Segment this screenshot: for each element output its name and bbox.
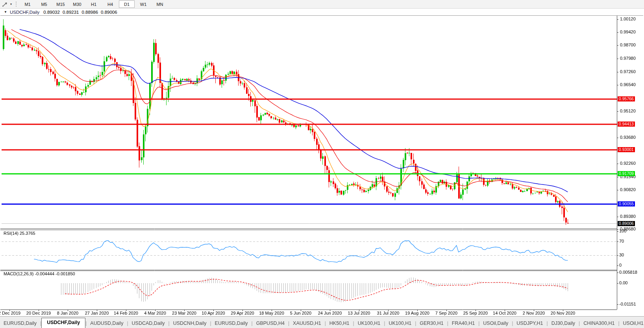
timeframe-button-H4[interactable]: H4 bbox=[102, 0, 118, 8]
ohlc-low-value: 0.88986 bbox=[81, 10, 98, 15]
tab-USDCAD-Daily[interactable]: USDCAD,Daily bbox=[128, 319, 168, 328]
tab-HK50-H1[interactable]: HK50,H1 bbox=[326, 319, 353, 328]
chart-tool-icon[interactable] bbox=[1, 1, 9, 7]
timeframe-button-D1[interactable]: D1 bbox=[119, 0, 135, 8]
timeframe-button-W1[interactable]: W1 bbox=[135, 0, 151, 8]
timeframe-buttons: M1M5M15M30H1H4D1W1MN bbox=[19, 0, 168, 8]
collapse-triangle-icon[interactable]: ▼ bbox=[4, 10, 7, 14]
tab-UK100-H1[interactable]: UK100,H1 bbox=[385, 319, 415, 328]
timeframe-button-M30[interactable]: M30 bbox=[69, 0, 85, 8]
tab-EURUSD-Daily[interactable]: EURUSD,Daily bbox=[211, 319, 252, 328]
tab-GER30-H1[interactable]: GER30,H1 bbox=[416, 319, 447, 328]
chart-ohlc-header: ▼ USDCHF,Daily 0.89032 0.89231 0.88986 0… bbox=[0, 9, 643, 16]
timeframe-button-M15[interactable]: M15 bbox=[53, 0, 68, 8]
tab-GBPUSD-H4[interactable]: GBPUSD,H4 bbox=[253, 319, 288, 328]
tab-USDCNH-Daily[interactable]: USDCNH,Daily bbox=[170, 319, 210, 328]
tab-USOil-Daily[interactable]: USOil,Daily bbox=[479, 319, 512, 328]
tab-FRA40-H1[interactable]: FRA40,H1 bbox=[448, 319, 478, 328]
timeframe-button-M5[interactable]: M5 bbox=[36, 0, 52, 8]
toolbar-grip-handle[interactable] bbox=[16, 2, 17, 7]
tab-AUDUSD-Daily[interactable]: AUDUSD,Daily bbox=[87, 319, 127, 328]
tab-EURUSD-Daily[interactable]: EURUSD,Daily bbox=[0, 319, 40, 328]
tab-DJ30-Daily[interactable]: DJ30,Daily bbox=[548, 319, 579, 328]
tab-UK100-H1[interactable]: UK100,H1 bbox=[354, 319, 384, 328]
timeframe-button-H1[interactable]: H1 bbox=[86, 0, 102, 8]
tab-USDCHF-Daily[interactable]: USDCHF,Daily bbox=[41, 318, 85, 328]
chart-symbol-label: USDCHF,Daily bbox=[10, 10, 39, 15]
chart-tool-dropdown-icon[interactable]: ▾ bbox=[9, 2, 13, 6]
tab-USDJPY-H1[interactable]: USDJPY,H1 bbox=[513, 319, 546, 328]
chart-tab-bar: EURUSD,Daily|USDCHF,Daily|AUDUSD,Daily|U… bbox=[0, 316, 644, 328]
ohlc-high-value: 0.89231 bbox=[63, 10, 79, 15]
tab-XAUUSD-H1[interactable]: XAUUSD,H1 bbox=[289, 319, 325, 328]
timeframe-button-M1[interactable]: M1 bbox=[20, 0, 35, 8]
timeframe-button-MN[interactable]: MN bbox=[152, 0, 168, 8]
timeframe-toolbar: ▾ M1M5M15M30H1H4D1W1MN bbox=[0, 0, 644, 9]
main-chart-canvas[interactable] bbox=[0, 0, 644, 328]
tab-USOil-H1[interactable]: USOil,H1 bbox=[620, 319, 644, 328]
tab-CHINA300-H1[interactable]: CHINA300,H1 bbox=[580, 319, 618, 328]
trading-platform-window: ▾ M1M5M15M30H1H4D1W1MN ▼ USDCHF,Daily 0.… bbox=[0, 0, 644, 328]
ohlc-open-value: 0.89032 bbox=[43, 10, 60, 15]
ohlc-close-value: 0.89006 bbox=[101, 10, 117, 15]
